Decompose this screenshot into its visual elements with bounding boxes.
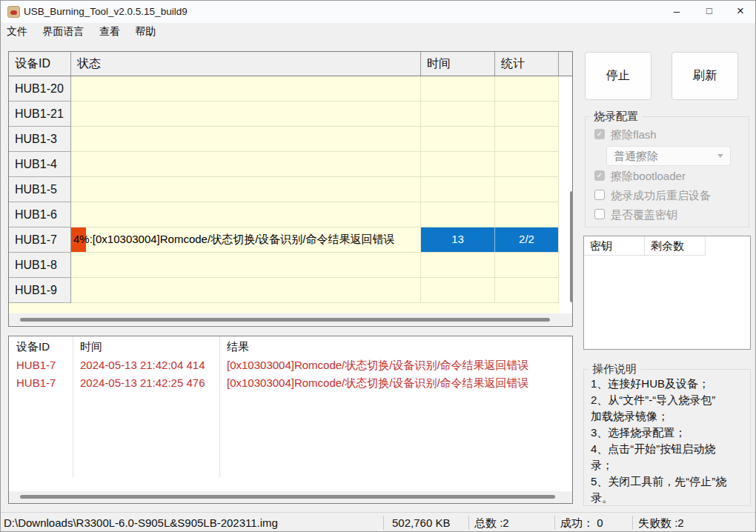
log-result-cell: [0x10303004]Romcode/状态切换/设备识别/命令结果返回错误 [219,374,572,392]
overwrite-key-label: 是否覆盖密钥 [611,208,677,222]
header-status: 状态 [71,52,421,76]
stats-cell [495,152,559,177]
erase-mode-value: 普通擦除 [614,150,658,162]
menu-language[interactable]: 界面语言 [36,23,90,39]
menu-view[interactable]: 查看 [93,23,126,39]
status-total: 总数 :2 [474,513,509,532]
status-cell: 4%:[0x10303004]Romcode/状态切换/设备识别/命令结果返回错… [71,227,421,253]
key-table-header: 密钥 剩余数 [584,236,750,256]
device-row[interactable]: HUB1-20 [9,76,559,102]
status-failed: 失败数 :2 [638,513,684,532]
time-cell [421,202,495,227]
device-row[interactable]: HUB1-6 [9,202,559,227]
status-separator [632,516,633,530]
stats-cell [495,102,559,127]
menu-file[interactable]: 文件 [1,23,33,39]
log-horizontal-scrollbar-thumb[interactable] [20,495,555,499]
log-table-header: 设备ID 时间 结果 [9,336,572,356]
burn-config-title: 烧录配置 [590,110,642,124]
checkbox-unchecked-icon[interactable] [594,190,605,200]
time-cell: 13 [421,227,495,253]
menu-help[interactable]: 帮助 [129,23,162,39]
device-row[interactable]: HUB1-5 [9,177,559,202]
status-cell [71,152,421,177]
burn-config-group: 烧录配置 ✓ 擦除flash 普通擦除 ✓ 擦除bootloader 烧录成功后… [585,116,749,227]
stats-cell [495,202,559,227]
stats-cell [495,76,559,102]
log-horizontal-scrollbar[interactable] [9,491,572,503]
instructions-group: 操作说明 1、连接好HUB及设备； 2、从“文件”-“导入烧录包” 加载烧录镜像… [583,369,751,506]
checkbox-checked-icon[interactable]: ✓ [594,129,605,139]
stats-cell: 2/2 [495,227,559,253]
instructions-text: 1、连接好HUB及设备； 2、从“文件”-“导入烧录包” 加载烧录镜像； 3、选… [591,376,747,506]
device-id-cell: HUB1-21 [9,102,71,127]
log-time-cell: 2024-05-13 21:42:04 414 [73,356,219,374]
device-row[interactable]: HUB1-9 [9,278,559,303]
reboot-after-success-label: 烧录成功后重启设备 [611,189,711,203]
horizontal-scrollbar[interactable] [9,313,572,325]
status-cell [71,102,421,127]
menu-bar: 文件 界面语言 查看 帮助 [1,23,756,40]
device-id-cell: HUB1-9 [9,278,71,303]
window-title: USB_Burning_Tool_v2.0.5.15_build9 [24,1,188,23]
status-separator [468,516,469,530]
stats-cell [495,278,559,303]
horizontal-scrollbar-thumb[interactable] [20,318,550,322]
status-cell [71,76,421,102]
time-cell [421,177,495,202]
header-device-id: 设备ID [9,52,71,76]
time-cell [421,102,495,127]
log-column-separator [219,336,220,477]
log-result-cell: [0x10303004]Romcode/状态切换/设备识别/命令结果返回错误 [219,356,572,374]
log-device-id-cell: HUB1-7 [9,356,73,374]
device-id-cell: HUB1-6 [9,202,71,227]
device-row-active[interactable]: HUB1-7 4%:[0x10303004]Romcode/状态切换/设备识别/… [9,227,559,253]
status-cell [71,177,421,202]
time-cell [421,152,495,177]
checkbox-unchecked-icon[interactable] [594,209,605,219]
log-row[interactable]: HUB1-7 2024-05-13 21:42:25 476 [0x103030… [9,374,572,392]
stop-button[interactable]: 停止 [585,52,651,100]
status-success: 成功： 0 [560,513,603,532]
remaining-header: 剩余数 [645,236,706,256]
app-icon [7,6,20,18]
stats-cell [495,177,559,202]
key-table: 密钥 剩余数 [583,236,751,350]
minimize-button[interactable]: – [660,1,693,23]
close-button[interactable]: × [724,1,756,23]
device-row[interactable]: HUB1-21 [9,102,559,127]
device-id-cell: HUB1-20 [9,76,71,102]
status-file-size: 502,760 KB [392,513,450,532]
maximize-button[interactable]: □ [693,1,726,23]
stats-cell [495,253,559,278]
erase-flash-label: 擦除flash [611,128,657,142]
time-cell [421,278,495,303]
device-table-header: 设备ID 状态 时间 统计 [9,52,572,76]
device-id-cell: HUB1-4 [9,152,71,177]
erase-bootloader-label: 擦除bootloader [611,170,686,184]
device-row[interactable]: HUB1-4 [9,152,559,177]
status-cell [71,278,421,303]
header-stats: 统计 [495,52,559,76]
log-row[interactable]: HUB1-7 2024-05-13 21:42:04 414 [0x103030… [9,356,572,374]
status-bar: D:\Downloads\R3300L-6.0-S905L&S905LB-202… [1,512,756,532]
status-file-path: D:\Downloads\R3300L-6.0-S905L&S905LB-202… [4,513,278,532]
device-id-cell: HUB1-8 [9,253,71,278]
log-header-result: 结果 [219,336,572,356]
status-cell [71,127,421,152]
status-cell [71,253,421,278]
status-cell [71,202,421,227]
key-header: 密钥 [584,236,645,256]
instructions-title: 操作说明 [588,362,640,376]
time-cell [421,76,495,102]
device-row[interactable]: HUB1-8 [9,253,559,278]
device-row[interactable]: HUB1-3 [9,127,559,152]
checkbox-checked-icon[interactable]: ✓ [594,170,605,181]
device-id-cell: HUB1-5 [9,177,71,202]
chevron-down-icon [717,154,723,158]
refresh-button[interactable]: 刷新 [672,52,738,100]
status-separator [383,516,384,530]
erase-mode-select[interactable]: 普通擦除 [606,146,731,166]
log-table: 设备ID 时间 结果 HUB1-7 2024-05-13 21:42:04 41… [8,336,573,504]
vertical-scrollbar-thumb[interactable] [570,191,573,302]
